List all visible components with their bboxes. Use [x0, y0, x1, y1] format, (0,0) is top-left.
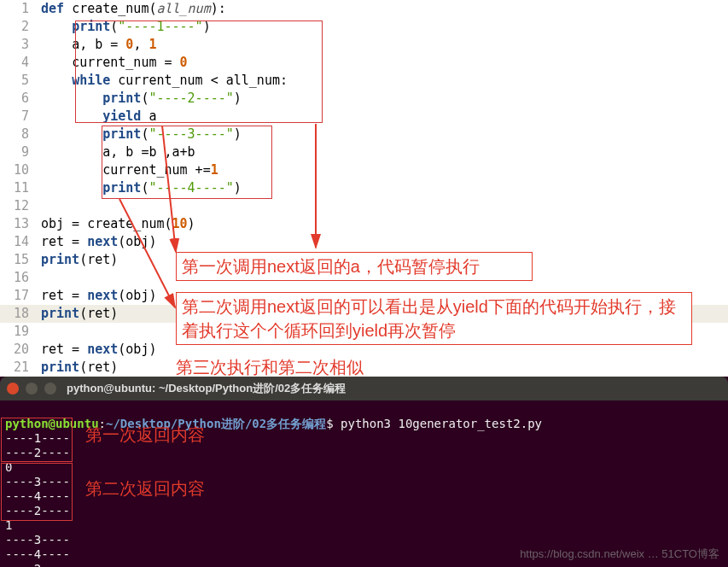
- terminal-title: python@ubuntu: ~/Desktop/Python进阶/02多任务编…: [67, 381, 346, 396]
- annotation-1: 第一次调用next返回的a，代码暂停执行: [176, 252, 533, 281]
- terminal-body[interactable]: python@ubuntu:~/Desktop/Python进阶/02多任务编程…: [0, 400, 728, 567]
- code-editor: 1def create_num(all_num): 2 print("----1…: [0, 0, 728, 377]
- terminal-window: python@ubuntu: ~/Desktop/Python进阶/02多任务编…: [0, 377, 728, 567]
- line-number: 1: [0, 0, 41, 18]
- minimize-icon[interactable]: [26, 383, 38, 395]
- annotation-2: 第二次调用next返回的可以看出是从yield下面的代码开始执行，接着执行这个个…: [176, 292, 692, 345]
- terminal-annotation-2: 第二次返回内容: [85, 482, 205, 496]
- maximize-icon[interactable]: [44, 383, 56, 395]
- terminal-annotation-1: 第一次返回内容: [85, 428, 205, 442]
- watermark: https://blog.csdn.net/weix … 51CTO博客: [520, 547, 719, 562]
- terminal-highlight-2: [1, 463, 73, 521]
- close-icon[interactable]: [7, 383, 19, 395]
- terminal-titlebar: python@ubuntu: ~/Desktop/Python进阶/02多任务编…: [0, 377, 728, 400]
- annotation-3: 第三次执行和第二次相似: [176, 355, 364, 379]
- terminal-highlight-1: [1, 418, 73, 462]
